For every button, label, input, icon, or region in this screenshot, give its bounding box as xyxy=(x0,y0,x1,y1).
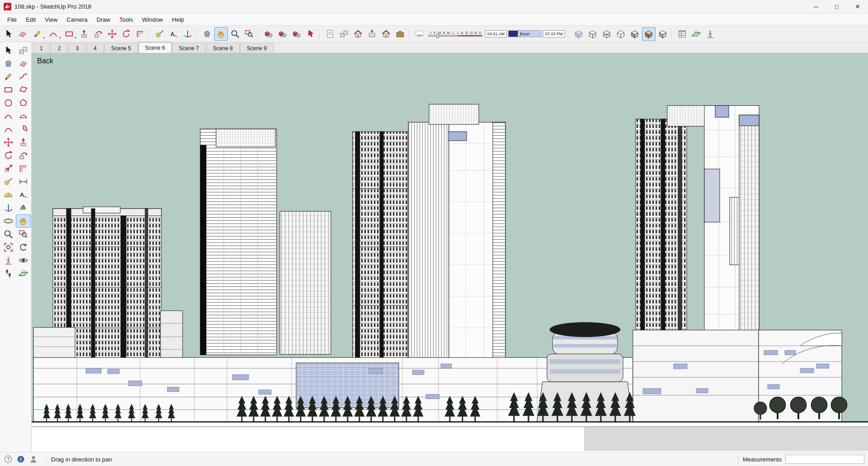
time-slider-track[interactable]: Noon xyxy=(508,30,542,37)
select-tool-button[interactable] xyxy=(1,44,16,57)
axes-tool-button[interactable] xyxy=(1,201,16,214)
move-tool-button[interactable] xyxy=(1,136,16,149)
maximize-button[interactable]: □ xyxy=(826,0,847,14)
rectangle-tool-button[interactable]: ▾ xyxy=(61,27,77,41)
zoom-extents-button[interactable] xyxy=(1,241,16,254)
style-hidden-line-button[interactable] xyxy=(614,27,627,41)
line-tool-button[interactable]: ▾ xyxy=(30,27,45,41)
two-point-arc-button[interactable] xyxy=(16,109,31,123)
menu-window[interactable]: Window xyxy=(137,14,167,25)
dropdown-caret-icon[interactable]: ▾ xyxy=(59,36,61,40)
scene-tab-5[interactable]: Scene 5 xyxy=(104,43,138,53)
zoom-tool-button[interactable] xyxy=(1,228,16,241)
style-shaded-textures-button[interactable] xyxy=(642,27,656,41)
scene-tab-6[interactable]: Scene 6 xyxy=(138,42,172,53)
push-pull-tool-button[interactable] xyxy=(77,27,91,41)
extension-warehouse-button[interactable] xyxy=(393,27,407,41)
zoom-tool-button[interactable] xyxy=(228,27,242,41)
line-tool-button[interactable] xyxy=(1,70,16,83)
paint-bucket-button[interactable] xyxy=(1,57,16,70)
scene-tab-7[interactable]: Scene 7 xyxy=(172,43,206,53)
scene-tab-8[interactable]: Scene 8 xyxy=(206,43,240,53)
section-plane-button[interactable] xyxy=(16,267,31,280)
instructor-button[interactable] xyxy=(16,455,25,464)
select-tool-button[interactable] xyxy=(2,27,15,41)
dropdown-caret-icon[interactable]: ▾ xyxy=(43,36,45,40)
measurements-input[interactable] xyxy=(785,455,864,464)
generate-report-button[interactable] xyxy=(675,27,689,41)
follow-me-tool-button[interactable] xyxy=(91,27,105,41)
dropdown-caret-icon[interactable]: ▾ xyxy=(75,36,76,40)
walk-tool-button[interactable] xyxy=(1,267,16,280)
scene-tab-3[interactable]: 3 xyxy=(68,43,86,53)
shadow-date-slider[interactable]: JFMAMJJASOND xyxy=(428,31,482,37)
zoom-window-button[interactable] xyxy=(242,27,256,41)
text-tool-button[interactable] xyxy=(167,27,180,41)
pan-tool-button[interactable] xyxy=(16,214,31,228)
text-tool-button[interactable] xyxy=(16,188,31,201)
paint-bucket-button[interactable] xyxy=(200,27,214,41)
orbit-tool-button[interactable] xyxy=(1,214,16,228)
rotate-tool-button[interactable] xyxy=(1,149,16,162)
three-point-arc-button[interactable] xyxy=(1,123,16,136)
move-tool-button[interactable] xyxy=(105,27,119,41)
offset-tool-button[interactable] xyxy=(16,162,31,175)
offset-tool-button[interactable] xyxy=(133,27,147,41)
protractor-tool-button[interactable] xyxy=(1,188,16,201)
style-monochrome-button[interactable] xyxy=(656,27,670,41)
rectangle-tool-button[interactable] xyxy=(1,83,16,96)
menu-camera[interactable]: Camera xyxy=(62,14,92,25)
menu-draw[interactable]: Draw xyxy=(92,14,115,25)
arc-tool-button[interactable] xyxy=(1,109,16,123)
style-wireframe-button[interactable] xyxy=(600,27,613,41)
account-button[interactable] xyxy=(29,455,38,464)
rotate-tool-button[interactable] xyxy=(119,27,133,41)
polygon-tool-button[interactable] xyxy=(16,96,31,109)
components-button[interactable] xyxy=(337,27,351,41)
close-button[interactable]: ✕ xyxy=(847,0,868,14)
date-slider-thumb[interactable] xyxy=(436,34,439,38)
arc-tool-button[interactable]: ▾ xyxy=(46,27,61,41)
time-slider-thumb[interactable] xyxy=(518,30,520,37)
circle-tool-button[interactable] xyxy=(1,96,16,109)
solid-outer-shell-button[interactable] xyxy=(262,27,275,41)
tape-measure-button[interactable] xyxy=(153,27,166,41)
scene-tab-9[interactable]: Scene 9 xyxy=(240,43,274,53)
style-xray-button[interactable] xyxy=(572,27,585,41)
share-component-button[interactable] xyxy=(379,27,393,41)
model-viewport[interactable]: Back xyxy=(32,53,868,452)
help-button[interactable] xyxy=(4,455,13,464)
date-slider-track[interactable] xyxy=(428,35,482,37)
shadows-toggle-button[interactable] xyxy=(413,27,426,41)
make-component-button[interactable] xyxy=(16,44,31,57)
style-shaded-button[interactable] xyxy=(628,27,642,41)
scale-tool-button[interactable] xyxy=(1,162,16,175)
menu-help[interactable]: Help xyxy=(168,14,189,25)
section-plane-button[interactable] xyxy=(689,27,703,41)
push-pull-tool-button[interactable] xyxy=(16,136,31,149)
menu-file[interactable]: File xyxy=(3,14,21,25)
menu-view[interactable]: View xyxy=(40,14,62,25)
freehand-tool-button[interactable] xyxy=(16,70,31,83)
share-model-button[interactable] xyxy=(365,27,379,41)
position-camera-button[interactable] xyxy=(1,254,16,267)
rotated-rectangle-button[interactable] xyxy=(16,83,31,96)
solid-subtract-button[interactable] xyxy=(290,27,303,41)
3d-text-tool-button[interactable] xyxy=(16,201,31,214)
scene-tab-4[interactable]: 4 xyxy=(86,43,104,53)
get-models-button[interactable] xyxy=(323,27,337,41)
minimize-button[interactable]: ─ xyxy=(806,0,826,14)
warehouse-button[interactable] xyxy=(351,27,365,41)
follow-me-tool-button[interactable] xyxy=(16,149,31,162)
eraser-tool-button[interactable] xyxy=(16,27,29,41)
interact-tool-button[interactable] xyxy=(304,27,317,41)
look-around-button[interactable] xyxy=(16,254,31,267)
position-camera-button[interactable] xyxy=(703,27,717,41)
dimension-tool-button[interactable] xyxy=(16,175,31,188)
previous-view-button[interactable] xyxy=(16,241,31,254)
scene-tab-2[interactable]: 2 xyxy=(51,43,68,53)
solid-union-button[interactable] xyxy=(276,27,289,41)
menu-tools[interactable]: Tools xyxy=(115,14,137,25)
axes-tool-button[interactable] xyxy=(181,27,194,41)
pie-tool-button[interactable] xyxy=(16,123,31,136)
